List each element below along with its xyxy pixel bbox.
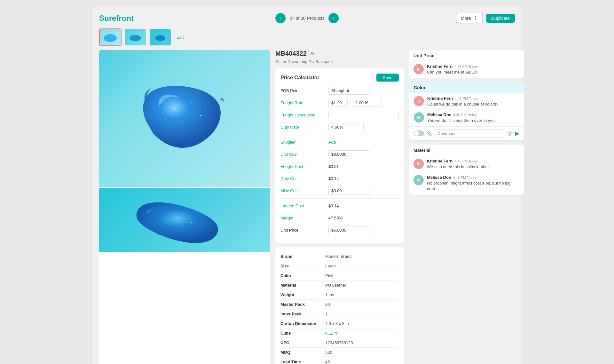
unit-price-row: Unit Price: [280, 226, 399, 234]
freight-rate-row: Freight Rate /: [280, 98, 399, 107]
comment-author: Melissa Doe: [427, 112, 451, 117]
spec-row: Master Pack20: [280, 300, 399, 309]
comment-text: Yes we do, I'll send them over to you.: [427, 118, 519, 123]
freight-description-row: Freight Description: [280, 110, 399, 119]
freight-description-label: Freight Description: [280, 113, 328, 117]
unit-price-input[interactable]: [328, 226, 370, 234]
more-button[interactable]: More ⋮: [456, 13, 483, 23]
spec-row: Inner Pack1: [280, 309, 399, 319]
landed-cost-row: Landed Cost $3.14: [280, 201, 399, 210]
duty-cost-row: Duty Cost $0.14: [280, 174, 399, 183]
spec-label: Inner Pack: [280, 312, 325, 316]
spec-label: Carton Dimension: [280, 321, 325, 326]
product-image-bottom: [99, 188, 270, 252]
unit-price-label: Unit Price: [280, 228, 328, 233]
spec-row: ColorPink: [280, 271, 399, 281]
send-icon[interactable]: ▶: [515, 130, 519, 137]
duty-cost-value: $0.14: [328, 176, 339, 181]
misc-cost-row: Misc Cost: [280, 186, 399, 195]
price-calculator-card: Price Calculator Save FOB Point Freight …: [275, 68, 404, 243]
svg-point-10: [191, 222, 192, 223]
comment-body: Melissa Doe4:45 PM TodayNo problem, migh…: [427, 175, 520, 192]
supplier-add-button[interactable]: Add: [328, 140, 336, 145]
spec-label: Cube: [280, 331, 325, 336]
thumbnail-edit-button[interactable]: Edit: [174, 34, 186, 41]
svg-point-6: [181, 122, 182, 123]
misc-cost-input[interactable]: [328, 187, 370, 195]
avatar: K: [413, 64, 424, 74]
comment-text: We also need this in shiny leather.: [427, 164, 520, 170]
spec-label: Color: [280, 273, 325, 278]
spec-value: 1 lbs: [325, 292, 334, 297]
spec-row: Weight1 lbs: [280, 290, 399, 300]
spec-row: Carton Dimension7.9 x 3 x 8 in: [280, 319, 399, 328]
product-id-edit-button[interactable]: Edit: [311, 51, 318, 56]
thumb-2-bag-icon: [127, 32, 143, 43]
fob-point-row: FOB Point: [280, 86, 399, 95]
prev-product-button[interactable]: ‹: [275, 13, 286, 23]
svg-point-7: [200, 115, 201, 116]
supplier-row: Supplier Add: [280, 138, 399, 146]
product-main-image: [127, 58, 242, 179]
spec-row: MaterialPU Leather: [280, 281, 399, 290]
spec-row: SizeLarge: [280, 261, 399, 271]
comment-author: Kristine Fern: [427, 159, 453, 163]
at-mention-icon[interactable]: @: [508, 131, 512, 136]
spec-label: Material: [280, 283, 325, 288]
comment-section-header: Color: [409, 82, 524, 93]
spec-label: Brand: [280, 254, 325, 259]
freight-rate-unit-input[interactable]: [353, 99, 382, 107]
fob-point-label: FOB Point: [280, 88, 328, 93]
unit-cost-input[interactable]: [328, 150, 370, 158]
spec-row: MOQ500: [280, 348, 399, 357]
spec-value: 123456789123: [325, 340, 353, 345]
margin-row: Margin 47.59%: [280, 213, 399, 222]
comment-author: Kristine Fern: [427, 64, 453, 69]
spec-value: Modern Brand: [325, 254, 351, 259]
comment-toggle[interactable]: [414, 131, 424, 136]
attach-icon[interactable]: 📎: [427, 131, 432, 136]
spec-value[interactable]: 0.11 ft²: [325, 331, 338, 336]
comment-entry: MMelissa Doe4:45 PM TodayYes we do, I'll…: [409, 110, 524, 126]
freight-cost-label: Freight Cost: [280, 164, 328, 169]
landed-cost-label: Landed Cost: [280, 203, 328, 208]
freight-rate-input[interactable]: [328, 99, 348, 107]
duty-rate-row: Duty Rate: [280, 123, 399, 131]
spec-label: Master Pack: [280, 302, 325, 307]
comment-time: 4:45 PM Today: [453, 176, 476, 179]
spec-value: Large: [325, 264, 336, 268]
supplier-label: Supplier: [280, 140, 328, 145]
freight-cost-value: $0.01: [328, 164, 339, 169]
spec-label: Lead Time: [280, 360, 325, 364]
comment-entry: MMelissa Doe4:45 PM TodayNo problem, mig…: [409, 172, 524, 194]
svg-point-3: [155, 35, 165, 41]
thumbnail-1[interactable]: [99, 28, 122, 46]
product-image-top: [99, 50, 270, 187]
freight-description-input[interactable]: [328, 111, 399, 119]
product-count: 27 of 30 Products: [289, 16, 325, 21]
avatar: M: [414, 112, 424, 123]
thumbnail-3[interactable]: [149, 28, 171, 46]
more-label: More: [461, 16, 471, 21]
thumbnail-2[interactable]: [124, 28, 146, 46]
comment-author: Kristine Fern: [427, 96, 453, 101]
spec-label: UPC: [280, 340, 325, 345]
save-button[interactable]: Save: [376, 74, 399, 82]
next-product-button[interactable]: ›: [328, 13, 339, 23]
spec-value: 500: [325, 350, 332, 355]
comment-input[interactable]: [435, 129, 505, 138]
comment-text: Could we do this in a couple of colors?: [427, 101, 519, 107]
product-secondary-image: [127, 192, 242, 248]
spec-value: 45: [325, 360, 330, 364]
freight-cost-row: Freight Cost $0.01: [280, 162, 399, 171]
product-id: MB404322: [275, 50, 307, 57]
margin-label: Margin: [280, 216, 328, 220]
svg-point-9: [178, 217, 179, 218]
duplicate-button[interactable]: Duplicate: [486, 14, 515, 23]
spec-value: 1: [325, 312, 327, 316]
fob-point-input[interactable]: [328, 87, 370, 95]
comment-body: Kristine Fern4:45 PM TodayWe also need t…: [427, 159, 520, 170]
comment-body: Kristine Fern4:45 PM TodayCan you meet m…: [427, 64, 520, 75]
unit-cost-label: Unit Cost: [280, 152, 328, 157]
duty-rate-input[interactable]: [328, 123, 364, 131]
